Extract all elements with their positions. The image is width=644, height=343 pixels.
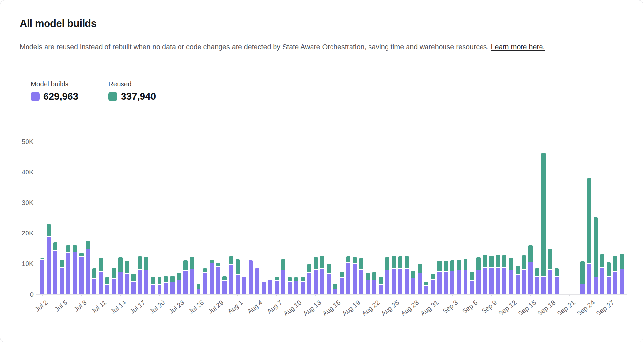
bar-segment-reused[interactable] [587,178,591,263]
bar-segment-model-builds[interactable] [464,270,468,294]
bar-segment-reused[interactable] [340,272,344,277]
bar-segment-reused[interactable] [359,258,364,269]
bar-segment-reused[interactable] [125,261,129,273]
bar-segment-model-builds[interactable] [151,285,155,294]
bar-segment-model-builds[interactable] [249,260,253,294]
bar-segment-model-builds[interactable] [170,282,175,294]
bar-segment-reused[interactable] [548,249,552,269]
bar-segment-reused[interactable] [333,284,337,289]
bar-segment-model-builds[interactable] [158,285,162,294]
bar-segment-model-builds[interactable] [112,279,116,294]
bar-segment-model-builds[interactable] [294,281,298,294]
bar-segment-model-builds[interactable] [222,281,227,294]
bar-segment-model-builds[interactable] [79,257,84,294]
bar-segment-model-builds[interactable] [60,268,64,294]
bar-segment-reused[interactable] [40,258,45,259]
bar-segment-reused[interactable] [555,268,559,276]
bar-segment-model-builds[interactable] [92,279,97,294]
bar-segment-model-builds[interactable] [502,268,507,294]
bar-segment-model-builds[interactable] [190,269,194,294]
bar-segment-reused[interactable] [476,257,481,270]
bar-segment-reused[interactable] [353,257,357,263]
bar-segment-reused[interactable] [177,273,181,279]
bar-segment-reused[interactable] [372,272,376,279]
bar-segment-model-builds[interactable] [620,269,624,294]
bar-segment-reused[interactable] [483,255,487,267]
bar-segment-reused[interactable] [190,257,194,269]
bar-segment-reused[interactable] [424,282,428,285]
bar-segment-model-builds[interactable] [489,268,494,294]
bar-segment-reused[interactable] [444,261,448,271]
bar-segment-reused[interactable] [431,274,435,279]
bar-segment-model-builds[interactable] [255,268,259,294]
bar-segment-reused[interactable] [314,257,318,269]
bar-segment-model-builds[interactable] [359,270,364,294]
bar-segment-reused[interactable] [607,262,611,276]
bar-segment-model-builds[interactable] [392,269,396,294]
bar-segment-model-builds[interactable] [470,281,474,294]
bar-segment-reused[interactable] [346,256,350,262]
bar-segment-model-builds[interactable] [268,280,272,294]
bar-segment-model-builds[interactable] [275,281,279,294]
bar-segment-model-builds[interactable] [405,269,409,294]
bar-segment-model-builds[interactable] [197,289,201,294]
bar-segment-model-builds[interactable] [522,270,526,294]
bar-segment-reused[interactable] [301,277,305,281]
bar-segment-model-builds[interactable] [118,272,123,294]
bar-segment-model-builds[interactable] [411,278,416,294]
bar-segment-model-builds[interactable] [496,268,500,294]
bar-segment-model-builds[interactable] [314,270,318,294]
bar-segment-model-builds[interactable] [203,273,207,294]
bar-segment-reused[interactable] [236,259,240,274]
bar-segment-reused[interactable] [66,245,70,252]
bar-segment-reused[interactable] [502,255,507,267]
bar-segment-model-builds[interactable] [535,277,539,294]
bar-segment-reused[interactable] [411,271,416,278]
bar-segment-reused[interactable] [405,256,409,268]
bar-segment-reused[interactable] [541,153,546,276]
bar-segment-model-builds[interactable] [131,282,136,294]
bar-segment-reused[interactable] [281,259,285,270]
bar-segment-reused[interactable] [366,273,370,279]
bar-segment-reused[interactable] [222,276,227,280]
bar-segment-reused[interactable] [197,284,201,289]
bar-segment-reused[interactable] [151,277,155,284]
bar-segment-model-builds[interactable] [418,273,422,294]
bar-segment-model-builds[interactable] [555,277,559,294]
bar-segment-reused[interactable] [229,256,233,264]
bar-segment-model-builds[interactable] [242,277,246,294]
bar-segment-reused[interactable] [164,276,168,283]
bar-segment-model-builds[interactable] [613,272,617,294]
bar-segment-model-builds[interactable] [366,280,370,294]
bar-segment-reused[interactable] [418,264,422,273]
bar-segment-reused[interactable] [398,256,403,268]
bar-segment-model-builds[interactable] [307,273,312,294]
bar-segment-reused[interactable] [183,260,188,270]
bar-segment-model-builds[interactable] [450,271,455,294]
bar-segment-reused[interactable] [144,257,149,270]
bar-segment-model-builds[interactable] [346,263,350,294]
bar-segment-reused[interactable] [522,255,526,269]
bar-segment-reused[interactable] [385,257,389,270]
bar-segment-model-builds[interactable] [53,251,58,294]
bar-segment-model-builds[interactable] [372,280,376,294]
bar-segment-reused[interactable] [73,245,77,252]
bar-segment-model-builds[interactable] [66,253,70,294]
bar-segment-reused[interactable] [60,260,64,267]
bar-segment-model-builds[interactable] [444,272,448,294]
bar-segment-model-builds[interactable] [40,260,45,294]
bar-segment-model-builds[interactable] [600,268,604,294]
bar-segment-reused[interactable] [105,277,110,284]
bar-segment-reused[interactable] [92,268,97,278]
bar-segment-reused[interactable] [379,277,383,284]
bar-segment-reused[interactable] [210,260,214,262]
bar-segment-reused[interactable] [158,277,162,284]
bar-segment-reused[interactable] [464,259,468,269]
bar-segment-model-builds[interactable] [385,270,389,294]
bar-segment-model-builds[interactable] [327,274,331,294]
bar-segment-reused[interactable] [275,277,279,280]
bar-segment-reused[interactable] [79,253,84,256]
bar-segment-reused[interactable] [457,260,461,270]
bar-segment-model-builds[interactable] [164,283,168,294]
bar-segment-model-builds[interactable] [183,271,188,294]
